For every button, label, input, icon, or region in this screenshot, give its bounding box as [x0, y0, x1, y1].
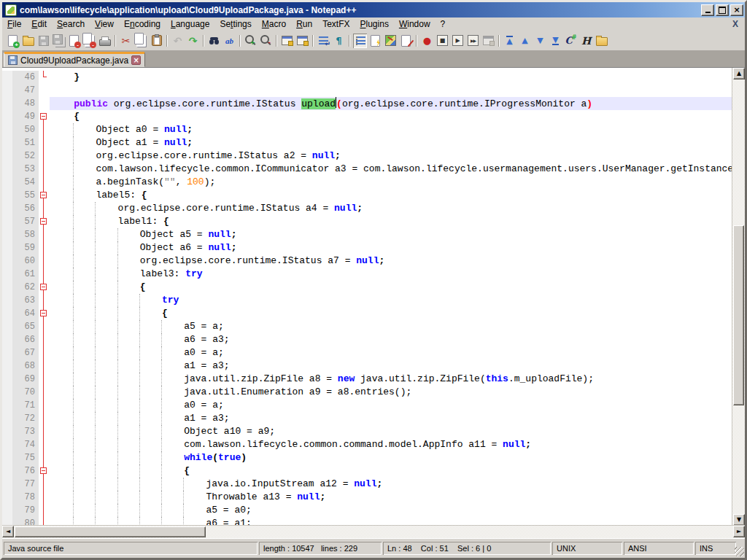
fold-toggle-icon[interactable] [40, 113, 47, 120]
save-icon[interactable] [36, 34, 50, 48]
code-text[interactable]: org.eclipse.core.runtime.IStatus a4 = nu… [50, 202, 732, 215]
scroll-up-button[interactable]: ▲ [733, 68, 745, 79]
nav-prev-icon[interactable]: ▲ [518, 34, 532, 48]
code-text[interactable]: { [50, 110, 732, 123]
code-text[interactable]: org.eclipse.core.runtime.IStatus a7 = nu… [50, 254, 732, 268]
code-text[interactable]: a5 = a; [50, 320, 732, 333]
copy-icon[interactable] [134, 34, 148, 48]
code-text[interactable]: Object a5 = null; [50, 228, 732, 241]
show-indent-guide-icon[interactable] [353, 34, 367, 48]
show-all-chars-icon[interactable]: ¶ [332, 34, 346, 48]
code-text[interactable]: a1 = a3; [50, 412, 732, 425]
macro-run-multiple-icon[interactable]: ▶▶ [466, 34, 480, 48]
code-text[interactable]: a1 = a3; [50, 359, 732, 373]
macro-save-icon[interactable] [481, 34, 495, 48]
nav-first-icon[interactable]: ▲ [503, 34, 516, 48]
code-text[interactable]: java.util.zip.ZipFile a8 = new java.util… [50, 373, 732, 386]
fold-toggle-icon[interactable] [40, 192, 47, 198]
close-all-icon[interactable]: - [82, 34, 96, 48]
paste-icon[interactable] [150, 34, 163, 48]
close-file-icon[interactable]: - [67, 34, 81, 48]
plugin-folder-icon[interactable] [595, 34, 608, 48]
open-file-icon[interactable] [21, 34, 35, 48]
minimize-button[interactable] [701, 4, 714, 16]
code-text[interactable]: java.io.InputStream a12 = null; [50, 478, 732, 491]
nav-next-icon[interactable]: ▼ [533, 34, 547, 48]
menu-item-help[interactable]: ? [436, 18, 451, 30]
menu-close-document-button[interactable]: X [726, 19, 745, 29]
code-text[interactable]: } [50, 71, 732, 84]
edit-pen-icon[interactable] [399, 34, 413, 48]
sync-vertical-scroll-icon[interactable] [280, 34, 294, 48]
code-editor[interactable]: 46}4748public org.eclipse.core.runtime.I… [2, 68, 732, 526]
menu-item-view[interactable]: View [90, 18, 119, 30]
code-text[interactable]: Throwable a13 = null; [50, 491, 732, 504]
code-text[interactable]: { [50, 281, 732, 294]
new-file-icon[interactable]: + [6, 34, 20, 48]
sync-horizontal-scroll-icon[interactable] [295, 34, 309, 48]
user-define-dialog-icon[interactable] [368, 34, 382, 48]
menu-item-settings[interactable]: Settings [214, 18, 256, 30]
undo-icon[interactable]: ↶ [171, 34, 185, 48]
code-text[interactable]: try [50, 294, 732, 307]
vertical-scroll-thumb[interactable] [733, 225, 744, 405]
scroll-right-button[interactable]: ► [733, 526, 745, 537]
find-icon[interactable] [207, 34, 221, 48]
macro-record-icon[interactable]: ● [420, 34, 434, 48]
menu-item-textfx[interactable]: TextFX [317, 18, 355, 30]
plugin-h-icon[interactable]: H [579, 34, 593, 48]
fold-toggle-icon[interactable] [40, 284, 47, 290]
code-text[interactable]: a0 = a; [50, 399, 732, 412]
code-text[interactable]: Object a0 = null; [50, 123, 732, 136]
title-bar[interactable]: com\lawson\lifecycle\application\upload\… [2, 2, 745, 18]
macro-play-icon[interactable]: ▶ [451, 34, 465, 48]
zoom-in-icon[interactable]: + [244, 34, 258, 48]
code-text[interactable]: Object a10 = a9; [50, 425, 732, 438]
code-text[interactable]: label1: { [50, 215, 732, 228]
maximize-button[interactable] [716, 4, 729, 16]
code-text[interactable]: label3: try [50, 268, 732, 281]
code-text[interactable]: label5: { [50, 189, 732, 202]
menu-item-macro[interactable]: Macro [257, 18, 291, 30]
zoom-out-icon[interactable]: - [259, 34, 273, 48]
scroll-left-button[interactable]: ◄ [2, 526, 14, 537]
code-text[interactable]: a6 = a3; [50, 333, 732, 346]
code-text[interactable]: Object a6 = null; [50, 241, 732, 254]
redo-icon[interactable]: ↷ [186, 34, 200, 48]
code-text[interactable]: a.beginTask("", 100); [50, 176, 732, 189]
print-icon[interactable] [98, 34, 112, 48]
code-text[interactable]: a5 = a0; [50, 504, 732, 517]
code-text[interactable]: a0 = a; [50, 346, 732, 359]
menu-item-encoding[interactable]: Encoding [119, 18, 166, 30]
code-text[interactable]: public org.eclipse.core.runtime.IStatus … [50, 97, 732, 110]
menu-item-window[interactable]: Window [394, 18, 436, 30]
fold-toggle-icon[interactable] [40, 218, 47, 225]
doc-map-icon[interactable] [384, 34, 398, 48]
code-text[interactable]: { [50, 307, 732, 320]
code-text[interactable]: { [50, 464, 732, 478]
menu-item-run[interactable]: Run [291, 18, 317, 30]
macro-stop-icon[interactable]: ■ [436, 34, 449, 48]
tab-close-icon[interactable]: × [131, 55, 141, 65]
code-text[interactable]: org.eclipse.core.runtime.IStatus a2 = nu… [50, 149, 732, 163]
fold-toggle-icon[interactable] [40, 467, 47, 474]
save-all-icon[interactable] [52, 34, 66, 48]
code-text[interactable]: com.lawson.lifecycle.common.ICommunicato… [50, 163, 732, 176]
code-text[interactable]: while(true) [50, 451, 732, 464]
menu-item-search[interactable]: Search [52, 18, 90, 30]
close-button[interactable]: × [730, 4, 743, 16]
scroll-down-button[interactable]: ▼ [733, 514, 745, 526]
code-text[interactable]: com.lawson.lifecycle.common.command.mode… [50, 438, 732, 451]
fold-toggle-icon[interactable] [40, 310, 47, 316]
resize-grip[interactable] [735, 547, 744, 556]
menu-item-plugins[interactable]: Plugins [355, 18, 394, 30]
replace-icon[interactable]: ab [222, 34, 236, 48]
code-text[interactable]: Object a1 = null; [50, 136, 732, 149]
menu-item-file[interactable]: File [2, 18, 26, 30]
cut-icon[interactable]: ✂ [119, 34, 133, 48]
horizontal-scroll-thumb[interactable] [15, 526, 206, 537]
code-text[interactable]: java.util.Enumeration a9 = a8.entries(); [50, 386, 732, 399]
tab-cloud9uploadpackage[interactable]: Cloud9UploadPackage.java × [4, 52, 145, 67]
menu-item-language[interactable]: Language [166, 18, 214, 30]
nav-last-icon[interactable]: ▼ [549, 34, 562, 48]
